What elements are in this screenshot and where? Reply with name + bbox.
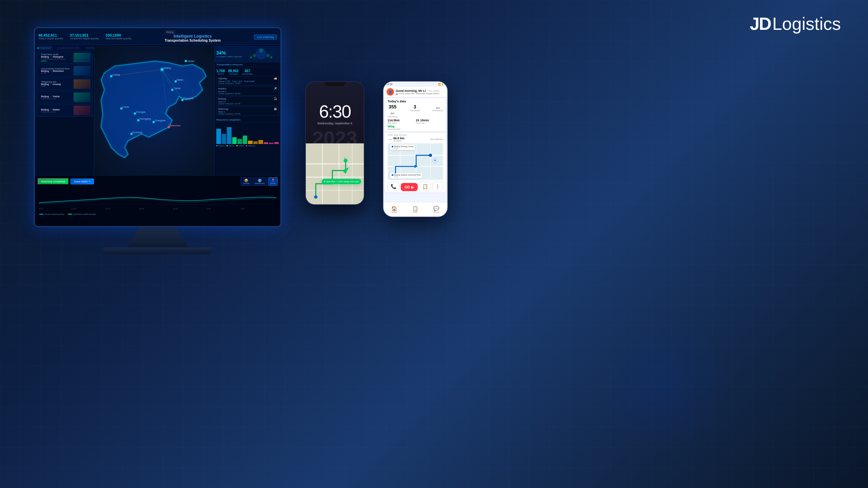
mode-aviation: Aviation ✈️ Aircraft 6 Carbon reduction:… <box>216 86 279 96</box>
mode-waterway-label: Waterway <box>218 108 229 110</box>
stat-unmatched-label: Unmatched waybill quantity <box>70 37 99 40</box>
issue-tasks-button[interactable]: Issue tasks » <box>71 179 94 184</box>
carbon-percent: 34% <box>216 50 242 56</box>
highway-trucks: Truck 8,393 <box>244 80 254 82</box>
comparison-section-title: Resources comparison <box>215 118 280 122</box>
svg-point-31 <box>253 54 256 57</box>
nav-forum[interactable]: 💬 Forum <box>433 206 439 213</box>
route-section: 1.2km away from you → 86.8 km 1h 20min 3… <box>385 133 446 192</box>
mode-railway: Railway 🚂 Train 33 Carbon reduction: 19.… <box>216 96 279 106</box>
bg-glow-2 <box>597 319 732 454</box>
phone1-map: ✓ A new task, 1.2km away from you 86.8km <box>306 143 364 204</box>
waypoint-2: Beijing Jinghai Industrial Park 17:41 <box>390 173 422 179</box>
timeline-chart: 6:00 10:00 14:00 18:00 22:00 2:00 6:00 A… <box>38 187 278 211</box>
china-map-svg: Harbin Beijing Yantai Dalian Shanghai Ur <box>94 46 216 178</box>
today-data-card: Today's data 355 km Task mileage 3 Task … <box>385 98 446 131</box>
panel-filter-all[interactable]: All <box>37 47 39 49</box>
monitor-stand <box>127 227 188 247</box>
svg-text:14:00: 14:00 <box>105 208 111 210</box>
mode-highway: Highway 🚛 Vehicle 9,765 Train 1,372 Truc… <box>216 76 279 85</box>
route-card-1[interactable]: Successfully matched lines Beijing → She… <box>36 65 93 77</box>
carbon-subtitle: Cumulative carbon reduction <box>216 56 242 58</box>
route-type-1: Successfully matched lines <box>41 67 72 70</box>
vacant-value: 1,768 <box>216 69 225 73</box>
route-distance: 86.8 km <box>393 137 405 140</box>
vacant-label: Vacant <box>216 73 225 75</box>
route-away: 1.2km away from you <box>388 134 443 136</box>
svg-text:6:00: 6:00 <box>241 208 245 210</box>
svg-text:Kunming: Kunming <box>133 131 142 134</box>
legend-highway: Highway <box>218 145 225 147</box>
phone2-status-bar: 12:26 📶🔋 <box>384 82 447 87</box>
bottom-panel: Matching completed Issue tasks » 📦 Goods… <box>35 175 280 226</box>
route-card-3[interactable]: Beijing → Yantai Fixed lines route <box>36 91 93 103</box>
more-button[interactable]: ⋮ <box>432 182 443 191</box>
today-details: 114.5km Miles driven 1h 10min Transit ti… <box>388 119 443 130</box>
goods-label: Goods <box>243 182 249 184</box>
svg-text:18:00: 18:00 <box>139 208 144 210</box>
route-type-2: Temporary line <box>41 81 72 83</box>
svg-point-7 <box>161 68 163 71</box>
route-detail-4: Fixed lines route <box>41 111 72 113</box>
task-mileage-lbl: Task mileage <box>388 116 397 118</box>
lines-icon: 📍 <box>271 179 275 182</box>
task-qty-lbl: Task quantity <box>410 109 420 111</box>
bottom-nav: 🏠 Home 📋 Task 💬 Forum <box>384 202 447 216</box>
route-val-0: 18445 <box>41 60 72 62</box>
legend-railway: Railway <box>229 145 235 147</box>
line-matching-button[interactable]: Line matching <box>254 35 277 40</box>
location-badge: Beijing <box>165 30 175 34</box>
resource-numbers: 1,768 Vacant 89,902 Occupied 367 Unavail… <box>216 69 279 75</box>
svg-text:Changsha: Changsha <box>155 119 165 122</box>
phone1-notch <box>325 82 345 86</box>
route-name-1: Beijing → Shenzhen <box>41 70 72 72</box>
svg-text:Lhasa: Lhasa <box>122 106 129 108</box>
logo-jd-text: JD <box>750 14 771 34</box>
carbon-reduction-val: 565g <box>388 125 415 128</box>
route-detail-3: Fixed lines route <box>41 98 72 100</box>
mode-waterway: Waterway 🚢 Ships 3 Carbon reduction: 20.… <box>216 106 279 116</box>
transit-time-lbl: Transit time <box>416 122 443 124</box>
svg-point-62 <box>429 154 432 157</box>
route-detail-2: 5381 <box>41 85 72 87</box>
phone2-device: 12:26 📶🔋 👤 Good morning, Mr Li Tue, Clou… <box>383 81 448 217</box>
resources-label: Resources <box>255 182 265 184</box>
matching-completed-button[interactable]: Matching completed <box>38 178 69 185</box>
stat-total-value: 40,452,911 <box>38 33 63 37</box>
route-mini-map: Beijing Sorting Center 14:00 Beijing Jin… <box>388 143 443 180</box>
svg-text:✓: ✓ <box>344 157 346 160</box>
go-button[interactable]: GO ▶ <box>401 183 418 191</box>
greeting-text: Good morning, Mr Li <box>396 89 426 93</box>
lines-label: Lines <box>271 182 275 184</box>
icon-tabs: 📦 Goods ⚙️ Resources 📍 Lines <box>241 177 278 186</box>
route-card-2[interactable]: Temporary line Beijing → Urumqi 5381 <box>36 78 93 90</box>
phone-button[interactable]: 📞 <box>388 182 399 191</box>
status-signals: 📶🔋 <box>438 83 444 86</box>
phone1-device: 6:30 Wednesday, September 6 2023 <box>305 81 364 205</box>
nav-task[interactable]: 📋 Task <box>412 206 418 213</box>
resources-tab[interactable]: ⚙️ Resources <box>253 177 267 186</box>
highway-carbon: Carbon reduction: 18.6% <box>218 82 277 84</box>
svg-text:Shenzhen: Shenzhen <box>170 124 181 127</box>
today-title: Today's data <box>388 100 443 103</box>
brand-logo: JD Logistics <box>750 14 841 34</box>
goods-tab[interactable]: 📦 Goods <box>241 177 252 186</box>
svg-text:10:00: 10:00 <box>71 208 77 210</box>
timeline-svg: 6:00 10:00 14:00 18:00 22:00 2:00 6:00 <box>38 187 278 211</box>
current-location-dot <box>434 159 436 162</box>
monitor-screen: 40,452,911 Today's waybill quantity 37,1… <box>34 27 281 227</box>
dashboard-title-line1: Intelligent Logistics <box>165 34 221 39</box>
task-mileage-val: 355 <box>388 104 397 109</box>
svg-text:Chengdu: Chengdu <box>136 111 146 114</box>
dashboard-header: 40,452,911 Today's waybill quantity 37,1… <box>35 28 280 45</box>
list-button[interactable]: 📋 <box>419 182 431 191</box>
issue-arrow-icon: » <box>89 180 90 183</box>
truck-info: 🚛 Truck power 98% Estimated mileage 530k… <box>396 93 439 95</box>
route-card-4[interactable]: Beijing → Dalian Fixed lines route <box>36 104 93 117</box>
lines-tab[interactable]: 📍 Lines <box>268 177 278 186</box>
nav-home[interactable]: 🏠 Home <box>391 206 397 213</box>
stat-matched-value: 330,1090 <box>105 33 131 37</box>
lock-time-display: 6:30 <box>306 101 364 122</box>
route-card-0[interactable]: Fixed lines route Beijing → Shanghai Suc… <box>36 52 93 64</box>
goods-icon: 📦 <box>243 179 249 182</box>
